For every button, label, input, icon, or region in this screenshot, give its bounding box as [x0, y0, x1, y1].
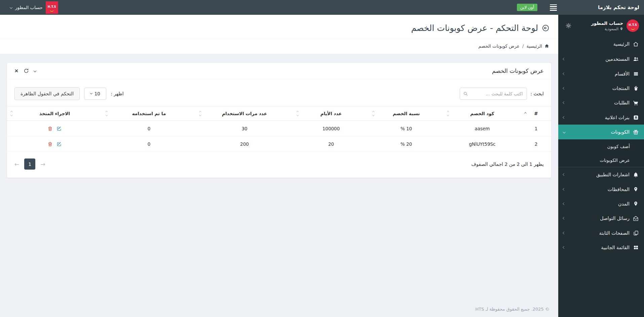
- hamburger-icon[interactable]: [548, 3, 558, 12]
- submenu-item-add-coupon[interactable]: أضف كوبون: [558, 139, 644, 153]
- cell-code: gNlUYt59Sc: [444, 136, 521, 152]
- column-header-max-uses[interactable]: عدد مرات الاستخدام: [196, 106, 293, 121]
- cell-actions: [7, 121, 102, 136]
- table-controls: ابحث : اظهر :: [7, 79, 551, 106]
- envelope-icon: [633, 216, 639, 221]
- sidebar-item-messages[interactable]: رسائل التواصل: [558, 211, 644, 226]
- breadcrumb-home-link[interactable]: الرئيسية: [527, 43, 550, 49]
- column-header-used[interactable]: ما تم استخدامه: [102, 106, 196, 121]
- card-tools: ✕: [14, 68, 36, 74]
- edit-icon[interactable]: [55, 126, 63, 131]
- refresh-icon[interactable]: [24, 68, 29, 74]
- chevron-left-icon: [563, 246, 566, 249]
- sidebar-item-cities[interactable]: المدن: [558, 196, 644, 211]
- search-input[interactable]: [460, 88, 527, 100]
- collapse-chevron-icon[interactable]: [34, 70, 36, 72]
- home-icon: [633, 41, 639, 47]
- sidebar-item-sections[interactable]: الأقسام: [558, 66, 644, 81]
- sidebar-item-label: الطلبات: [614, 100, 630, 105]
- chevron-left-icon: [563, 58, 566, 60]
- sidebar: H.T.S حساب المطور السعودية الرئيسية: [558, 15, 644, 317]
- account-label: حساب المطور: [15, 5, 43, 10]
- sidebar-item-side-menu[interactable]: القائمة الجانبية: [558, 240, 644, 255]
- page-title: لوحة التحكم - عرض كوبونات الخصم: [411, 23, 538, 33]
- sidebar-item-coupons[interactable]: الكوبونات: [558, 125, 644, 139]
- sort-icon[interactable]: [373, 111, 374, 116]
- sidebar-item-label: المحافظات: [608, 187, 630, 192]
- sort-icon[interactable]: [297, 111, 299, 116]
- topbar: لوحة تحكم بلازما أون لاين H.T.S حساب الم…: [0, 0, 644, 15]
- cell-discount: % 10: [369, 121, 444, 136]
- brand-title[interactable]: لوحة تحكم بلازما: [558, 4, 644, 10]
- chevron-down-icon: [10, 6, 12, 9]
- sidebar-item-notifications[interactable]: اشعارات التطبيق: [558, 167, 644, 182]
- sidebar-item-label: الكوبونات: [611, 129, 630, 135]
- chevron-left-icon: [563, 188, 566, 191]
- chevron-left-icon: [563, 116, 566, 119]
- content-header: لوحة التحكم - عرض كوبونات الخصم الرئيسية…: [0, 15, 558, 54]
- app-root: لوحة تحكم بلازما أون لاين H.T.S حساب الم…: [0, 0, 644, 317]
- avatar: H.T.S: [627, 19, 639, 32]
- cell-days: 20: [293, 136, 369, 152]
- toggle-columns-button[interactable]: التحكم في الحقول الظاهرة: [14, 87, 80, 100]
- chevron-left-icon: [563, 73, 566, 75]
- card-title: عرض كوبونات الخصم: [492, 67, 544, 74]
- cell-max-uses: 30: [196, 121, 293, 136]
- sidebar-item-static-pages[interactable]: الصفحات الثابتة: [558, 226, 644, 240]
- edit-icon[interactable]: [55, 141, 63, 147]
- sidebar-item-users[interactable]: المستخدمين: [558, 51, 644, 66]
- chevron-left-icon: [563, 232, 566, 234]
- cell-actions: [7, 136, 102, 152]
- submenu-item-view-coupons[interactable]: عرض الكوبونات: [558, 153, 644, 167]
- sort-asc-icon[interactable]: [525, 113, 526, 115]
- coupons-submenu: أضف كوبون عرض الكوبونات: [558, 139, 644, 167]
- sidebar-item-label: اشعارات التطبيق: [596, 172, 630, 177]
- chevron-left-icon: [563, 202, 566, 205]
- sidebar-item-home[interactable]: الرئيسية: [558, 37, 644, 51]
- cell-code: aasem: [444, 121, 521, 136]
- search-label: ابحث :: [530, 91, 544, 96]
- previous-page-arrow[interactable]: ←: [14, 161, 19, 168]
- sidebar-item-governorates[interactable]: المحافظات: [558, 182, 644, 196]
- sidebar-item-label: الأقسام: [615, 71, 630, 77]
- copyright-footer: © 2025. جميع الحقوق محفوظة لـ HTS: [0, 302, 558, 317]
- table-row: 2 gNlUYt59Sc % 20 20 200 0: [7, 136, 551, 152]
- sidebar-profile: H.T.S حساب المطور السعودية: [558, 15, 644, 37]
- page-size-label: اظهر :: [111, 91, 123, 96]
- sidebar-item-products[interactable]: المنتجات: [558, 81, 644, 95]
- brand-logo: H.T.S: [46, 1, 58, 14]
- close-icon[interactable]: ✕: [14, 68, 18, 74]
- column-header-discount[interactable]: نسبة الخصم: [369, 106, 444, 121]
- card-footer: يظهر 1 الى 2 من 2 اجمالي الصفوف ← 1 →: [7, 152, 551, 178]
- gift-icon: [633, 129, 639, 135]
- sort-icon[interactable]: [11, 111, 12, 116]
- ad-banner-icon: A: [633, 115, 639, 120]
- next-page-arrow[interactable]: →: [40, 161, 45, 168]
- column-header-code[interactable]: كود الخصم: [444, 106, 521, 121]
- breadcrumb-separator: /: [522, 43, 524, 49]
- svg-text:A: A: [635, 116, 637, 119]
- gear-icon[interactable]: [565, 22, 572, 29]
- sidebar-item-orders[interactable]: الطلبات: [558, 95, 644, 110]
- sort-icon[interactable]: [106, 111, 108, 116]
- sidebar-item-label: القائمة الجانبية: [601, 245, 630, 250]
- sidebar-item-label: بنرات اعلانية: [605, 115, 630, 120]
- sidebar-item-banners[interactable]: A بنرات اعلانية: [558, 110, 644, 125]
- account-dropdown[interactable]: H.T.S حساب المطور: [0, 0, 63, 15]
- sidebar-item-label: المستخدمين: [605, 56, 630, 62]
- trash-icon[interactable]: [46, 141, 54, 147]
- sidebar-item-label: الصفحات الثابتة: [599, 230, 630, 236]
- table-header-row: # كود الخصم نسبة الخصم: [7, 106, 551, 121]
- cell-index: 1: [521, 121, 551, 136]
- page-size-select[interactable]: 10: [84, 88, 106, 100]
- map-marker-icon: [620, 27, 623, 31]
- trash-icon[interactable]: [46, 126, 54, 131]
- column-header-days[interactable]: عدد الأيام: [293, 106, 369, 121]
- sort-icon[interactable]: [447, 111, 449, 116]
- column-header-index[interactable]: #: [521, 106, 551, 121]
- sidebar-item-label: المنتجات: [612, 86, 630, 91]
- users-icon: [633, 56, 639, 62]
- column-header-actions[interactable]: الاجراء المتخذ: [7, 106, 102, 121]
- page-number-button[interactable]: 1: [24, 158, 35, 170]
- sort-icon[interactable]: [199, 111, 201, 116]
